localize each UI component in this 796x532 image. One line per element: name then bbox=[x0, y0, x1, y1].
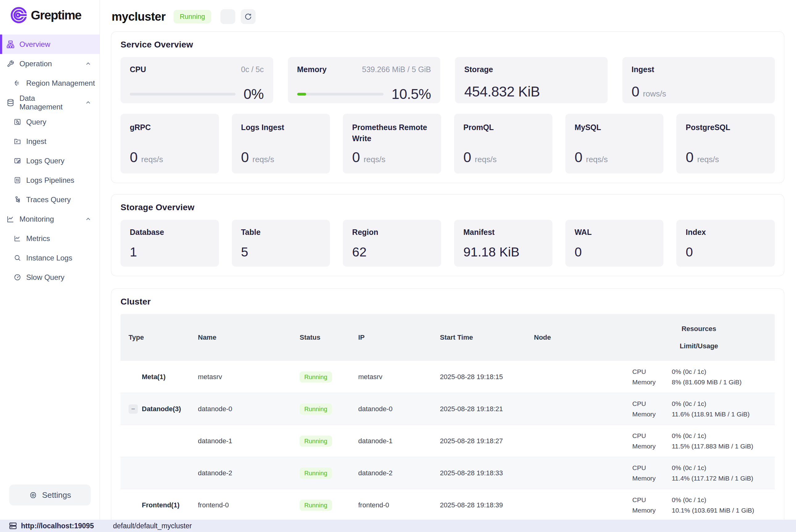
card-label: Region bbox=[352, 228, 378, 236]
card-value: 91.18 KiB bbox=[463, 245, 543, 260]
database-card: Database 1 bbox=[120, 220, 219, 267]
storage-card-row: Database 1 Table 5 Region 62 Manifest 91… bbox=[120, 220, 775, 267]
rate-label: Logs Ingest bbox=[241, 122, 321, 133]
status-badge: Running bbox=[300, 436, 332, 446]
sidebar-item-label: Traces Query bbox=[26, 195, 71, 204]
table-row-frontend: Frontend(1) frontend-0 Running frontend-… bbox=[120, 489, 775, 520]
brand-name: Greptime bbox=[31, 8, 81, 22]
manifest-card: Manifest 91.18 KiB bbox=[454, 220, 552, 267]
row-resources: CPU0% (0c / 1c) Memory8% (81.609 MiB / 1… bbox=[623, 368, 775, 386]
region-management-icon bbox=[13, 79, 22, 88]
sidebar-item-region-management[interactable]: Region Management bbox=[0, 73, 99, 93]
row-ip: datanode-1 bbox=[350, 437, 432, 445]
card-value: 5 bbox=[241, 245, 321, 260]
refresh-button[interactable] bbox=[241, 9, 255, 24]
sidebar-item-slow-query[interactable]: Slow Query bbox=[0, 268, 99, 287]
sidebar-item-logs-query[interactable]: Logs Query bbox=[0, 151, 99, 170]
section-title: Service Overview bbox=[120, 40, 775, 50]
row-resources: CPU0% (0c / 1c) Memory11.4% (117.172 MiB… bbox=[623, 464, 775, 482]
sidebar-item-query[interactable]: Query bbox=[0, 112, 99, 132]
row-ip: metasrv bbox=[350, 373, 432, 381]
logs-pipelines-icon bbox=[13, 176, 22, 185]
sidebar-item-traces-query[interactable]: Traces Query bbox=[0, 190, 99, 209]
card-label: Index bbox=[686, 228, 706, 236]
row-start-time: 2025-08-28 19:18:39 bbox=[432, 501, 526, 509]
resource-value: 11.6% (118.91 MiB / 1 GiB) bbox=[672, 411, 775, 418]
column-header-ip: IP bbox=[350, 334, 432, 342]
resource-value: 0% (0c / 1c) bbox=[672, 496, 775, 504]
main-content: mycluster Running Service Overview bbox=[100, 0, 796, 520]
resource-value: 11.5% (117.883 MiB / 1 GiB) bbox=[672, 443, 775, 450]
row-name: datanode-0 bbox=[190, 405, 292, 413]
resource-value: 0% (0c / 1c) bbox=[672, 464, 775, 472]
server-url: http://localhost:19095 bbox=[21, 522, 94, 530]
sidebar-item-instance-logs[interactable]: Instance Logs bbox=[0, 248, 99, 268]
sidebar-item-metrics[interactable]: Metrics bbox=[0, 229, 99, 248]
rate-label: Prometheus Remote Write bbox=[352, 122, 432, 144]
row-name: datanode-1 bbox=[190, 437, 292, 445]
row-type: Datanode(3) bbox=[142, 405, 181, 413]
overview-icon bbox=[6, 40, 15, 49]
storage-overview-panel: Storage Overview Database 1 Table 5 Regi… bbox=[111, 194, 784, 276]
sidebar-item-operation[interactable]: Operation bbox=[0, 54, 99, 73]
memory-percent: 10.5% bbox=[392, 86, 431, 102]
resource-label: Memory bbox=[632, 507, 672, 514]
sidebar-item-label: Query bbox=[26, 118, 46, 126]
cpu-progress-track bbox=[130, 93, 235, 96]
mysql-card: MySQL 0reqs/s bbox=[565, 114, 664, 173]
sidebar-item-logs-pipelines[interactable]: Logs Pipelines bbox=[0, 170, 99, 190]
table-card: Table 5 bbox=[232, 220, 330, 267]
current-database: default/default_mycluster bbox=[113, 522, 192, 530]
row-ip: datanode-2 bbox=[350, 469, 432, 477]
sidebar-item-ingest[interactable]: Ingest bbox=[0, 132, 99, 151]
resources-header-label: Resources bbox=[682, 325, 717, 333]
traces-query-icon bbox=[13, 195, 22, 204]
memory-progress-track bbox=[297, 93, 384, 96]
resource-label: Memory bbox=[632, 475, 672, 482]
sidebar-item-overview[interactable]: Overview bbox=[0, 35, 99, 54]
row-name: metasrv bbox=[190, 373, 292, 381]
promql-card: PromQL 0reqs/s bbox=[454, 114, 552, 173]
row-resources: CPU0% (0c / 1c) Memory11.6% (118.91 MiB … bbox=[623, 400, 775, 418]
memory-label: Memory bbox=[297, 65, 327, 74]
index-card: Index 0 bbox=[676, 220, 775, 267]
sidebar-item-monitoring[interactable]: Monitoring bbox=[0, 209, 99, 229]
row-start-time: 2025-08-28 19:18:33 bbox=[432, 469, 526, 477]
card-label: WAL bbox=[575, 228, 592, 236]
status-badge: Running bbox=[300, 403, 332, 415]
column-header-name: Name bbox=[190, 334, 292, 342]
service-overview-panel: Service Overview CPU 0c / 5c 0% bbox=[111, 32, 784, 183]
greptime-logo-icon bbox=[10, 6, 28, 24]
section-title: Cluster bbox=[120, 297, 775, 307]
column-header-resources: Resources Limit/Usage bbox=[623, 325, 775, 350]
service-rate-row: gRPC 0reqs/s Logs Ingest 0reqs/s Prometh… bbox=[120, 114, 775, 173]
cpu-card: CPU 0c / 5c 0% bbox=[120, 57, 273, 103]
collapse-datanode-button[interactable]: − bbox=[129, 404, 138, 414]
sidebar-item-label: Operation bbox=[19, 59, 52, 68]
wal-card: WAL 0 bbox=[565, 220, 664, 267]
memory-quota: 539.266 MiB / 5 GiB bbox=[362, 65, 431, 74]
cpu-quota: 0c / 5c bbox=[241, 65, 264, 74]
sidebar-item-data-management[interactable]: Data Management bbox=[0, 93, 99, 112]
storage-card: Storage 454.832 KiB bbox=[455, 57, 608, 103]
rate-label: MySQL bbox=[575, 122, 655, 133]
card-value: 1 bbox=[130, 245, 210, 260]
blank-action-button[interactable] bbox=[221, 9, 235, 24]
table-row-meta: Meta(1) metasrv Running metasrv 2025-08-… bbox=[120, 361, 775, 393]
sidebar-item-label: Region Management bbox=[26, 79, 95, 88]
rate-value: 0 bbox=[575, 149, 582, 165]
rate-label: PostgreSQL bbox=[686, 122, 765, 133]
row-type: Meta(1) bbox=[142, 373, 166, 381]
row-resources: CPU0% (0c / 1c) Memory10.1% (103.691 MiB… bbox=[623, 496, 775, 514]
search-icon bbox=[13, 254, 22, 262]
settings-button[interactable]: Settings bbox=[9, 484, 91, 506]
sidebar-item-label: Logs Pipelines bbox=[26, 176, 74, 185]
sidebar: Greptime Overview Operation bbox=[0, 0, 100, 520]
cluster-status-badge: Running bbox=[174, 10, 211, 23]
rate-label: gRPC bbox=[130, 122, 210, 133]
speedometer-icon bbox=[13, 273, 22, 282]
resource-label: CPU bbox=[632, 496, 672, 504]
ingest-card: Ingest 0rows/s bbox=[622, 57, 775, 103]
row-start-time: 2025-08-28 19:18:27 bbox=[432, 437, 526, 445]
chevron-up-icon bbox=[85, 99, 92, 106]
